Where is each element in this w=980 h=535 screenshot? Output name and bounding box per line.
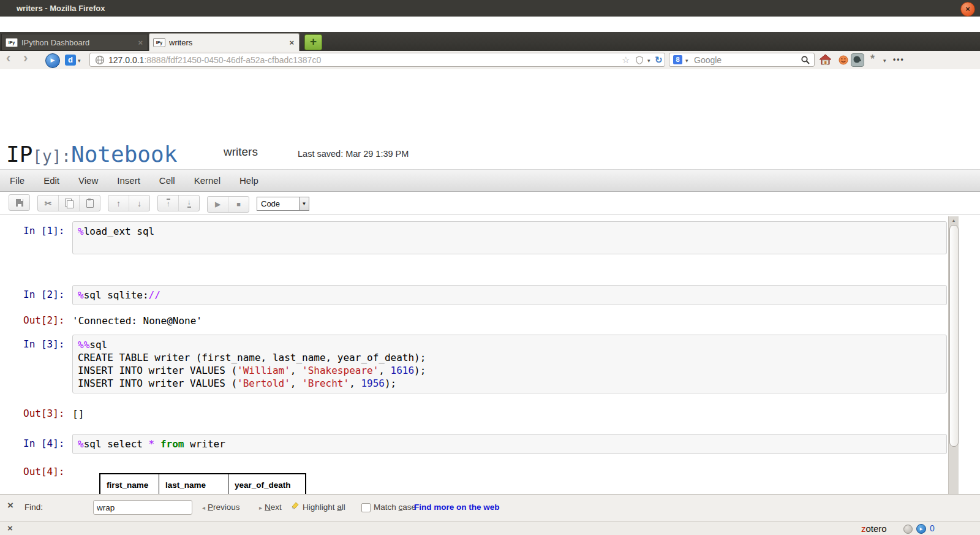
search-bar[interactable]: 8 ▾ Google	[669, 53, 815, 67]
code-line: INSERT INTO writer VALUES ('Bertold', 'B…	[78, 377, 941, 390]
insert-below-button[interactable]: ↓	[178, 195, 199, 211]
move-up-button[interactable]: ↑	[108, 195, 129, 211]
last-saved-text: Last saved: Mar 29 1:39 PM	[298, 149, 409, 159]
tab-close-icon[interactable]: ×	[289, 38, 294, 47]
zotero-button[interactable]: zotero	[861, 523, 887, 534]
scroll-up-icon[interactable]: ▴	[949, 216, 959, 225]
ipython-logo[interactable]: IP[y]:Notebook	[6, 142, 177, 167]
url-host: 127.0.0.1	[108, 55, 144, 65]
home-icon[interactable]	[819, 54, 832, 67]
overflow-menu-icon[interactable]: •••	[893, 55, 905, 64]
find-input[interactable]	[93, 500, 192, 515]
cell-type-select[interactable]: Code ▼	[257, 197, 309, 211]
nb-menu-insert[interactable]: Insert	[117, 175, 140, 186]
nb-menu-view[interactable]: View	[78, 175, 98, 186]
code-input[interactable]: %load_ext sql	[72, 221, 947, 254]
scrollbar-thumb[interactable]	[949, 225, 959, 447]
code-cell: In [2]:%sql sqlite://	[0, 285, 980, 305]
code-token: ,	[349, 378, 361, 389]
tab-close-icon[interactable]: ×	[138, 38, 143, 47]
input-prompt: In [4]:	[23, 434, 72, 454]
toolbar-group: ✂	[37, 195, 100, 211]
toolbar-group	[9, 194, 30, 211]
nb-menu-kernel[interactable]: Kernel	[194, 175, 221, 186]
output-area: Out[2]:'Connected: None@None'	[0, 311, 980, 327]
vertical-scrollbar[interactable]: ▴ ▾	[948, 216, 959, 535]
window-titlebar: writers - Mozilla Firefox ×	[0, 0, 980, 17]
status-blue-icon[interactable]: ▶	[916, 524, 926, 534]
code-input[interactable]: %%sqlCREATE TABLE writer (first_name, la…	[72, 335, 947, 393]
tab-writers[interactable]: IPy writers ×	[149, 33, 300, 51]
window-close-button[interactable]: ×	[960, 2, 975, 17]
output-prompt: Out[3]:	[23, 404, 72, 420]
nb-menu-edit[interactable]: Edit	[43, 175, 59, 186]
addon-bar: × zotero ▶ 0	[0, 521, 980, 535]
url-bar[interactable]: 127.0.0.1:8888/fdf21450-0450-46df-a52a-c…	[89, 53, 665, 67]
code-token: %	[78, 226, 84, 237]
match-case-label[interactable]: Match case	[374, 503, 416, 512]
chevron-down-icon[interactable]: ▼	[299, 197, 309, 210]
run-button[interactable]: ▶	[208, 197, 228, 212]
toolbar-button-groups: ✂↑↓↑↓▶■	[9, 194, 257, 213]
reload-icon[interactable]: ↻	[655, 55, 663, 66]
highlighter-icon	[290, 501, 300, 514]
copy-icon	[65, 199, 72, 207]
nb-menu-help[interactable]: Help	[239, 175, 258, 186]
google-engine-icon[interactable]: 8	[673, 55, 682, 64]
close-icon[interactable]: ×	[7, 499, 13, 512]
tab-ipython-dashboard[interactable]: IPy IPython Dashboard ×	[1, 34, 148, 51]
table-header-row: first_namelast_nameyear_of_death	[100, 474, 306, 496]
tab-label: IPython Dashboard	[21, 38, 138, 47]
cut-icon: ✂	[45, 199, 52, 208]
insert-above-button[interactable]: ↑	[158, 195, 178, 211]
downloadhelper-icon[interactable]: d	[65, 55, 76, 66]
code-token: 'Shakespeare'	[302, 365, 379, 376]
run-icon: ▶	[215, 200, 220, 208]
status-gray-icon[interactable]	[903, 525, 913, 534]
triangle-right-icon: ▸	[259, 504, 262, 511]
chevron-down-icon[interactable]: ▾	[647, 58, 650, 64]
chevron-down-icon[interactable]: ▾	[685, 58, 688, 64]
code-token: //	[149, 289, 160, 301]
insert-above-icon: ↑	[167, 199, 170, 208]
smiley-icon[interactable]	[839, 55, 848, 67]
evernote-icon[interactable]	[851, 53, 864, 67]
highlight-all-button[interactable]: Highlight all	[303, 503, 345, 512]
forward-button[interactable]: ›	[23, 50, 28, 66]
move-down-icon: ↓	[137, 199, 141, 208]
paste-button[interactable]	[79, 195, 100, 211]
find-previous-button[interactable]: ◂Previous	[202, 503, 240, 512]
new-tab-button[interactable]: +	[304, 34, 322, 50]
nb-menu-file[interactable]: File	[10, 175, 24, 186]
notebook-title[interactable]: writers	[224, 145, 258, 159]
bookmark-star-icon[interactable]: ☆	[622, 55, 630, 66]
code-token: );	[385, 378, 396, 389]
code-input[interactable]: %sql sqlite://	[72, 285, 947, 305]
cell-type-value: Code	[257, 199, 299, 208]
save-button[interactable]	[9, 195, 29, 210]
notebook-page: IP[y]:Notebook writers Last saved: Mar 2…	[0, 69, 980, 487]
code-input[interactable]: %sql select * from writer	[72, 434, 947, 454]
cut-button[interactable]: ✂	[38, 195, 58, 211]
find-next-button[interactable]: ▸Next	[259, 503, 282, 512]
stop-button[interactable]: ■	[228, 197, 249, 212]
chevron-down-icon[interactable]: ▾	[78, 58, 81, 64]
logo-name: Notebook	[71, 142, 177, 167]
move-down-button[interactable]: ↓	[129, 195, 149, 211]
nb-menu-cell[interactable]: Cell	[159, 175, 175, 186]
code-token: %	[78, 438, 84, 450]
media-addon-icon[interactable]: ▶	[45, 53, 60, 68]
close-icon[interactable]: ×	[7, 523, 13, 533]
addon-icon[interactable]: *	[870, 53, 875, 66]
copy-button[interactable]	[58, 195, 79, 211]
ipython-favicon: IPy	[153, 38, 165, 47]
back-button[interactable]: ‹	[6, 50, 10, 66]
code-token: writer	[184, 438, 225, 450]
code-token: %	[78, 289, 84, 301]
find-more-link[interactable]: Find more on the web	[414, 503, 500, 512]
match-case-checkbox[interactable]	[361, 503, 371, 512]
shield-icon[interactable]	[635, 56, 644, 67]
url-text[interactable]: 127.0.0.1:8888/fdf21450-0450-46df-a52a-c…	[108, 55, 321, 65]
search-icon[interactable]	[801, 55, 810, 67]
chevron-down-icon[interactable]: ▾	[883, 58, 886, 64]
